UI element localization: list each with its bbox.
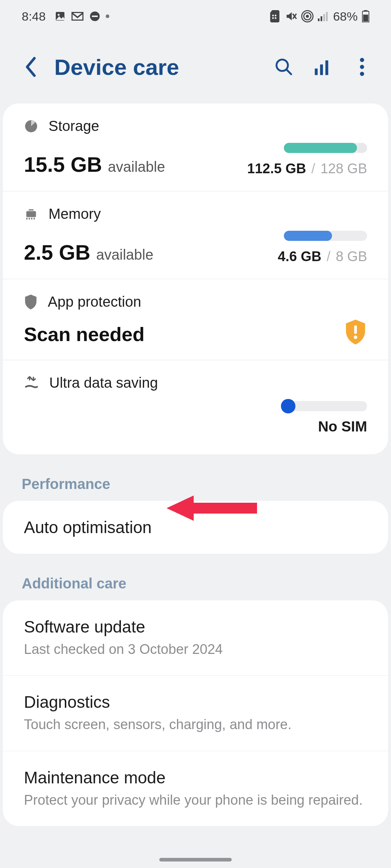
svg-rect-6 — [272, 17, 274, 19]
sim-icon — [269, 10, 280, 22]
svg-rect-7 — [275, 17, 276, 19]
memory-available-value: 2.5 GB — [24, 240, 91, 264]
svg-rect-14 — [320, 16, 322, 21]
maintenance-mode-title: Maintenance mode — [24, 768, 367, 787]
memory-icon — [24, 207, 38, 221]
battery-icon — [362, 10, 369, 22]
storage-total: 128 GB — [320, 161, 367, 176]
performance-card: Auto optimisation — [3, 501, 388, 554]
battery-percent: 68% — [333, 9, 358, 24]
shield-warning-icon — [344, 319, 367, 345]
app-protection-label: App protection — [48, 294, 141, 310]
maintenance-mode-subtitle: Protect your privacy while your phone is… — [24, 791, 367, 809]
mute-icon — [285, 10, 297, 22]
more-vertical-icon — [360, 58, 364, 76]
back-button[interactable] — [22, 54, 40, 80]
storage-available-suffix: available — [108, 159, 165, 175]
additional-care-card: Software update Last checked on 3 Octobe… — [3, 600, 388, 826]
svg-rect-22 — [315, 69, 318, 75]
svg-rect-29 — [26, 211, 36, 217]
diagnostics-title: Diagnostics — [24, 692, 367, 712]
shield-icon — [24, 294, 38, 310]
svg-point-26 — [360, 58, 364, 62]
svg-rect-34 — [29, 209, 33, 210]
gmail-icon — [71, 11, 84, 21]
hotspot-icon — [301, 10, 314, 22]
svg-rect-13 — [318, 18, 320, 21]
diagnostics-item[interactable]: Diagnostics Touch screen, sensors, charg… — [3, 676, 388, 751]
svg-point-27 — [360, 65, 364, 69]
svg-rect-5 — [275, 15, 276, 16]
svg-rect-23 — [320, 64, 323, 75]
ultra-data-saving-status: No SIM — [318, 418, 367, 435]
chevron-left-icon — [25, 57, 37, 77]
svg-point-28 — [360, 72, 364, 76]
ultra-data-saving-row[interactable]: Ultra data saving No SIM — [3, 360, 388, 454]
notification-dot-icon — [106, 14, 109, 18]
memory-used: 4.6 GB — [278, 249, 321, 264]
svg-point-36 — [354, 336, 357, 339]
svg-rect-4 — [272, 15, 274, 16]
ultra-data-saving-label: Ultra data saving — [49, 375, 158, 391]
storage-used: 112.5 GB — [247, 161, 306, 176]
more-button[interactable] — [351, 56, 373, 78]
storage-label: Storage — [49, 118, 99, 134]
storage-available-value: 15.5 GB — [24, 152, 102, 176]
search-button[interactable] — [273, 56, 295, 78]
memory-available-suffix: available — [96, 247, 154, 263]
memory-row[interactable]: Memory 2.5 GB available 4.6 GB / 8 GB — [3, 191, 388, 279]
gallery-icon — [54, 10, 66, 22]
app-header: Device care — [0, 33, 391, 101]
status-time: 8:48 — [22, 9, 46, 24]
additional-care-section-header: Additional care — [0, 554, 391, 600]
maintenance-mode-item[interactable]: Maintenance mode Protect your privacy wh… — [3, 751, 388, 826]
storage-row[interactable]: Storage 15.5 GB available 112.5 GB / 128… — [3, 103, 388, 191]
data-saving-icon — [24, 375, 39, 391]
status-bar: 8:48 68% — [0, 0, 391, 33]
signal-icon — [318, 11, 329, 21]
bar-chart-icon — [313, 57, 333, 77]
home-indicator[interactable] — [159, 858, 232, 861]
svg-rect-19 — [363, 14, 368, 21]
auto-optimisation-item[interactable]: Auto optimisation — [3, 501, 388, 554]
svg-rect-32 — [31, 218, 32, 220]
device-status-card: Storage 15.5 GB available 112.5 GB / 128… — [3, 103, 388, 454]
memory-label: Memory — [49, 206, 101, 222]
svg-point-10 — [306, 15, 309, 18]
software-update-item[interactable]: Software update Last checked on 3 Octobe… — [3, 600, 388, 676]
svg-rect-15 — [323, 14, 325, 21]
ultra-data-saving-bar — [284, 401, 367, 411]
svg-line-21 — [287, 70, 291, 74]
chart-button[interactable] — [312, 56, 334, 78]
diagnostics-subtitle: Touch screen, sensors, charging, and mor… — [24, 715, 367, 734]
app-protection-row[interactable]: App protection Scan needed — [3, 279, 388, 360]
performance-section-header: Performance — [0, 454, 391, 501]
app-protection-status: Scan needed — [24, 323, 144, 345]
svg-rect-30 — [26, 218, 28, 220]
page-title: Device care — [54, 54, 273, 80]
svg-point-1 — [58, 14, 60, 16]
memory-total: 8 GB — [336, 249, 367, 264]
svg-rect-24 — [325, 60, 328, 75]
svg-rect-35 — [354, 326, 357, 334]
software-update-subtitle: Last checked on 3 October 2024 — [24, 640, 367, 659]
svg-rect-3 — [92, 16, 98, 17]
storage-bar — [284, 143, 367, 153]
memory-bar — [284, 231, 367, 241]
svg-rect-16 — [326, 12, 328, 21]
svg-rect-33 — [34, 218, 35, 220]
software-update-title: Software update — [24, 617, 367, 637]
do-not-disturb-icon — [89, 10, 101, 22]
svg-rect-31 — [29, 218, 30, 220]
auto-optimisation-title: Auto optimisation — [24, 518, 367, 537]
search-icon — [274, 57, 294, 77]
storage-icon — [24, 119, 38, 133]
